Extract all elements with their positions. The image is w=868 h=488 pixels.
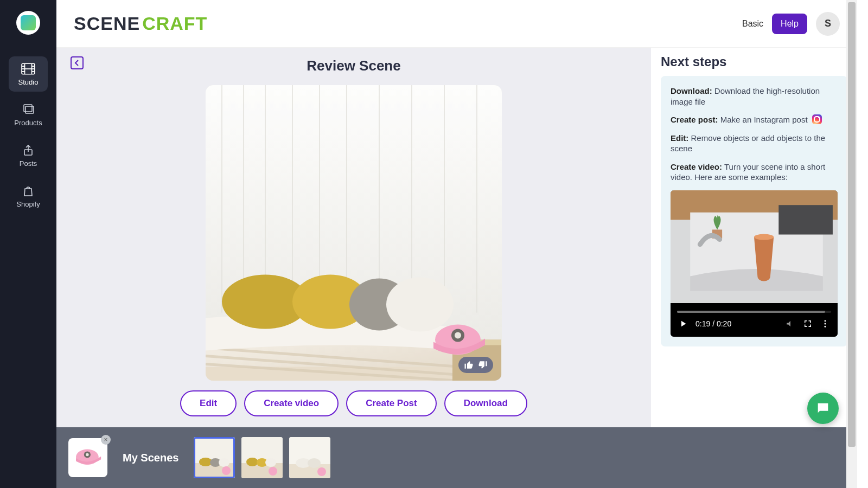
- help-button[interactable]: Help: [772, 14, 807, 34]
- svg-point-44: [825, 325, 826, 327]
- svg-point-43: [825, 323, 826, 324]
- feedback-pill: [458, 357, 493, 373]
- bag-icon: [21, 185, 35, 197]
- nav-label: Shopify: [16, 200, 40, 208]
- step-create-video: Create video: Turn your scene into a sho…: [671, 162, 838, 183]
- svg-point-63: [308, 458, 321, 468]
- video-controls: 0:19 / 0:20: [671, 311, 838, 337]
- scene-thumbnails: [194, 437, 330, 478]
- nav-label: Products: [14, 119, 42, 127]
- remove-product-icon[interactable]: ×: [101, 435, 111, 445]
- video-still: [671, 190, 838, 303]
- step-download-label: Download:: [671, 86, 712, 95]
- cube-icon: [21, 15, 36, 30]
- nav-products[interactable]: Products: [9, 97, 48, 132]
- next-steps-heading: Next steps: [661, 54, 847, 69]
- step-edit-text: Remove objects or add objects to the sce…: [671, 133, 825, 153]
- step-download: Download: Download the high-resolution i…: [671, 86, 838, 107]
- content-row: Review Scene: [56, 48, 857, 427]
- layers-icon: [21, 104, 35, 115]
- svg-point-53: [222, 466, 231, 475]
- brand-part-b: CRAFT: [142, 13, 207, 34]
- avatar-initial: S: [825, 18, 831, 29]
- plan-label[interactable]: Basic: [742, 19, 763, 29]
- nav-posts[interactable]: Posts: [9, 138, 48, 173]
- video-time: 0:19 / 0:20: [695, 319, 731, 328]
- example-video[interactable]: 0:19 / 0:20: [671, 190, 838, 337]
- svg-point-58: [265, 458, 276, 467]
- instagram-icon: [812, 114, 822, 124]
- thumbs-down-icon[interactable]: [478, 360, 488, 370]
- svg-point-30: [386, 278, 454, 332]
- browser-scrollbar[interactable]: [846, 0, 857, 488]
- step-create-post: Create post: Make an Instagram post: [671, 114, 838, 125]
- chat-button[interactable]: [807, 393, 839, 424]
- chevron-left-icon: [74, 60, 80, 66]
- scene-actions: Edit Create video Create Post Download: [180, 390, 527, 416]
- next-steps-box: Download: Download the high-resolution i…: [661, 76, 847, 346]
- share-icon: [21, 144, 35, 156]
- brand-wordmark: SCENECRAFT: [74, 13, 207, 34]
- scene-thumb-1[interactable]: [194, 437, 235, 478]
- svg-point-52: [219, 458, 229, 467]
- play-icon[interactable]: [678, 319, 688, 329]
- scene-thumb-2[interactable]: [241, 437, 283, 478]
- step-edit-label: Edit:: [671, 133, 688, 143]
- topbar: SCENECRAFT Basic Help S: [56, 0, 857, 48]
- step-edit: Edit: Remove objects or add objects to t…: [671, 133, 838, 154]
- nav-shopify[interactable]: Shopify: [9, 178, 48, 214]
- back-button[interactable]: [71, 56, 84, 69]
- svg-point-42: [825, 320, 826, 322]
- review-panel: Review Scene: [56, 48, 651, 427]
- main-area: SCENECRAFT Basic Help S Review Scene: [56, 0, 857, 488]
- topbar-right: Basic Help S: [742, 12, 840, 36]
- chat-icon: [815, 401, 831, 416]
- user-avatar[interactable]: S: [816, 12, 840, 36]
- nav-studio[interactable]: Studio: [9, 56, 48, 92]
- download-button[interactable]: Download: [444, 390, 527, 416]
- svg-point-47: [86, 453, 89, 457]
- volume-icon[interactable]: [786, 319, 795, 329]
- svg-point-64: [317, 467, 326, 476]
- cap-icon: [73, 446, 103, 470]
- create-video-button[interactable]: Create video: [244, 390, 339, 416]
- film-icon: [21, 63, 35, 75]
- step-create-post-label: Create post:: [671, 115, 718, 124]
- create-post-button[interactable]: Create Post: [346, 390, 436, 416]
- step-create-video-label: Create video:: [671, 162, 722, 171]
- scene-image[interactable]: [206, 85, 502, 381]
- svg-point-35: [455, 332, 461, 339]
- brand-part-a: SCENE: [74, 13, 140, 34]
- my-scenes-strip: × My Scenes: [56, 427, 857, 488]
- review-title: Review Scene: [307, 57, 400, 74]
- edit-button[interactable]: Edit: [180, 390, 237, 416]
- nav-label: Studio: [18, 78, 39, 86]
- my-scenes-label: My Scenes: [123, 452, 178, 464]
- step-create-post-text: Make an Instagram post: [718, 115, 810, 124]
- nav-label: Posts: [20, 159, 37, 168]
- product-thumbnail[interactable]: ×: [68, 438, 107, 477]
- svg-point-59: [269, 467, 277, 476]
- left-sidebar: Studio Products Posts Shopify: [0, 0, 56, 488]
- app-logo: [16, 11, 40, 35]
- svg-rect-39: [778, 205, 833, 234]
- fullscreen-icon[interactable]: [803, 319, 813, 329]
- next-steps-panel: Next steps Download: Download the high-r…: [651, 48, 857, 427]
- thumbs-up-icon[interactable]: [464, 360, 474, 370]
- svg-point-40: [754, 234, 774, 240]
- svg-point-56: [246, 458, 258, 466]
- more-icon[interactable]: [820, 319, 830, 329]
- scene-thumb-3[interactable]: [289, 437, 330, 478]
- scene-illustration: [206, 85, 502, 381]
